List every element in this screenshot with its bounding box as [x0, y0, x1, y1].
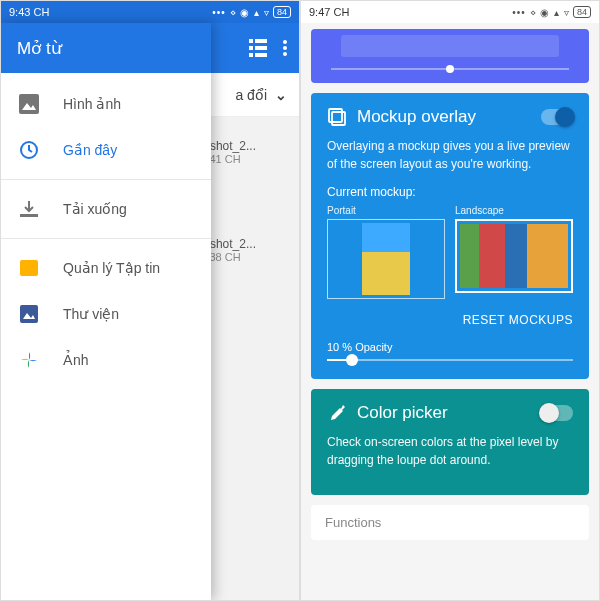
drawer-item-images[interactable]: Hình ảnh — [1, 81, 211, 127]
drawer-title: Mở từ — [1, 23, 211, 73]
divider — [1, 238, 211, 239]
drawer-item-recent[interactable]: Gần đây — [1, 127, 211, 173]
svg-rect-1 — [255, 39, 267, 43]
svg-rect-16 — [329, 109, 342, 122]
photos-icon — [19, 350, 39, 370]
drawer-item-photos[interactable]: Ảnh — [1, 337, 211, 383]
card-description: Overlaying a mockup gives you a live pre… — [327, 137, 573, 173]
svg-rect-4 — [249, 53, 253, 57]
drawer-item-filemanager[interactable]: Quản lý Tập tin — [1, 245, 211, 291]
portrait-mockup[interactable]: Portait — [327, 205, 445, 299]
mockup-toggle[interactable] — [541, 109, 573, 125]
folder-icon — [19, 258, 39, 278]
mockup-overlay-card: Mockup overlay Overlaying a mockup gives… — [311, 93, 589, 379]
reset-mockups-button[interactable]: RESET MOCKUPS — [327, 313, 573, 327]
gallery-icon — [19, 304, 39, 324]
divider — [1, 179, 211, 180]
svg-rect-2 — [249, 46, 253, 50]
drawer-item-downloads[interactable]: Tải xuống — [1, 186, 211, 232]
svg-rect-13 — [20, 260, 38, 276]
status-bar: 9:47 CH ••• ⋄ ◉ ▴ ▿ 84 — [301, 1, 599, 23]
svg-rect-0 — [249, 39, 253, 43]
drawer-item-label: Tải xuống — [63, 201, 127, 217]
more-icon[interactable] — [283, 40, 287, 56]
phone-screenshot-right: 9:47 CH ••• ⋄ ◉ ▴ ▿ 84 Mockup overlay Ov… — [300, 0, 600, 601]
color-picker-card: Color picker Check on-screen colors at t… — [311, 389, 589, 495]
download-icon — [19, 199, 39, 219]
image-icon — [19, 94, 39, 114]
status-time: 9:43 CH — [9, 6, 49, 18]
status-icons: ••• ⋄ ◉ ▴ ▿ 84 — [212, 6, 291, 18]
chevron-down-icon: ⌄ — [275, 87, 287, 103]
svg-rect-5 — [255, 53, 267, 57]
functions-section: Functions — [311, 505, 589, 540]
grid-view-icon[interactable] — [249, 39, 267, 57]
navigation-drawer: Mở từ Hình ảnh Gần đây Tải xuống — [1, 23, 211, 600]
drawer-item-label: Gần đây — [63, 142, 117, 158]
drawer-item-label: Quản lý Tập tin — [63, 260, 160, 276]
eyedropper-icon — [327, 403, 347, 423]
current-mockup-label: Current mockup: — [327, 185, 573, 199]
portrait-thumbnail — [362, 223, 410, 295]
card-title: Color picker — [357, 403, 448, 423]
status-icons: ••• ⋄ ◉ ▴ ▿ 84 — [512, 6, 591, 18]
top-slider-card — [311, 29, 589, 83]
landscape-mockup[interactable]: Landscape — [455, 205, 573, 299]
overlay-icon — [327, 107, 347, 127]
svg-rect-9 — [19, 94, 39, 114]
opacity-slider[interactable] — [327, 359, 573, 361]
drawer-item-label: Thư viện — [63, 306, 119, 322]
phone-screenshot-left: 9:43 CH ••• ⋄ ◉ ▴ ▿ 84 a đổi ⌄ eenshot_2… — [0, 0, 300, 601]
drawer-item-label: Ảnh — [63, 352, 89, 368]
svg-point-7 — [283, 46, 287, 50]
drawer-item-label: Hình ảnh — [63, 96, 121, 112]
slider-thumb-icon[interactable] — [346, 354, 358, 366]
slider-thumb[interactable] — [446, 65, 454, 73]
landscape-thumbnail — [460, 224, 568, 288]
card-title: Mockup overlay — [357, 107, 476, 127]
opacity-label: 10 % Opacity — [327, 341, 573, 353]
colorpicker-toggle[interactable] — [541, 405, 573, 421]
svg-rect-17 — [332, 112, 345, 125]
clock-icon — [19, 140, 39, 160]
svg-rect-14 — [20, 305, 38, 323]
status-time: 9:47 CH — [309, 6, 349, 18]
svg-point-6 — [283, 40, 287, 44]
svg-rect-3 — [255, 46, 267, 50]
svg-rect-12 — [20, 214, 38, 217]
drawer-item-gallery[interactable]: Thư viện — [1, 291, 211, 337]
svg-point-8 — [283, 52, 287, 56]
card-description: Check on-screen colors at the pixel leve… — [327, 433, 573, 469]
status-bar: 9:43 CH ••• ⋄ ◉ ▴ ▿ 84 — [1, 1, 299, 23]
